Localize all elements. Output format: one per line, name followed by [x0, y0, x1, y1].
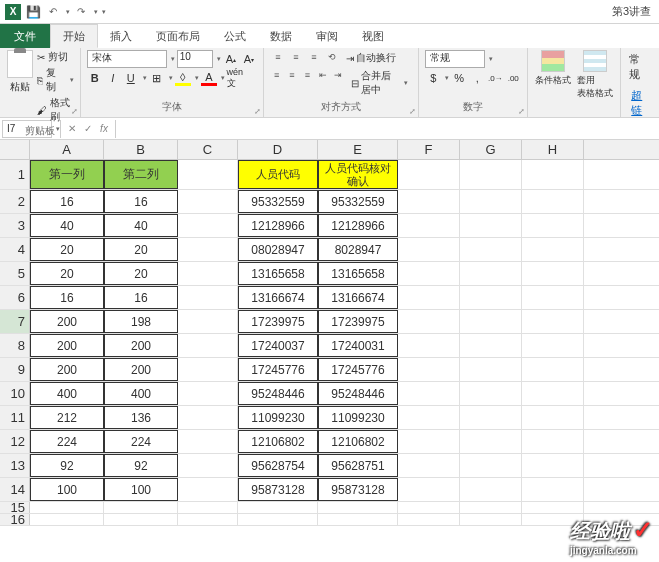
cell[interactable]: 136 — [104, 406, 178, 429]
cell[interactable]: 95332559 — [238, 190, 318, 213]
align-middle-button[interactable]: ≡ — [288, 50, 304, 64]
confirm-button[interactable]: ✓ — [81, 123, 95, 134]
cell[interactable] — [178, 502, 238, 513]
cell[interactable] — [30, 514, 104, 525]
cell[interactable]: 400 — [104, 382, 178, 405]
fill-color-button[interactable]: ◊ — [175, 70, 191, 86]
undo-icon[interactable]: ↶ — [44, 3, 62, 21]
cell[interactable] — [398, 160, 460, 189]
cell[interactable] — [104, 502, 178, 513]
cell[interactable]: 224 — [104, 430, 178, 453]
cell[interactable]: 13165658 — [238, 262, 318, 285]
row-header[interactable]: 13 — [0, 454, 30, 477]
cell[interactable] — [522, 262, 584, 285]
col-header-h[interactable]: H — [522, 140, 584, 159]
cell[interactable] — [522, 310, 584, 333]
cell[interactable]: 17239975 — [238, 310, 318, 333]
cell[interactable]: 12128966 — [238, 214, 318, 237]
cell[interactable]: 13165658 — [318, 262, 398, 285]
redo-icon[interactable]: ↷ — [72, 3, 90, 21]
shrink-font-button[interactable]: A▾ — [241, 51, 257, 67]
cell[interactable] — [460, 406, 522, 429]
tab-file[interactable]: 文件 — [0, 24, 50, 48]
col-header-a[interactable]: A — [30, 140, 104, 159]
copy-dropdown-icon[interactable]: ▾ — [70, 76, 74, 84]
cell[interactable] — [460, 430, 522, 453]
decrease-decimal-button[interactable]: .00 — [505, 70, 521, 86]
cell[interactable]: 17245776 — [238, 358, 318, 381]
font-dropdown-icon[interactable]: ▾ — [171, 55, 175, 63]
currency-button[interactable]: $ — [425, 70, 441, 86]
row-header[interactable]: 5 — [0, 262, 30, 285]
font-expand-icon[interactable]: ⤢ — [254, 107, 261, 116]
hyperlink-button[interactable]: 超链 — [627, 84, 653, 122]
cell[interactable] — [398, 310, 460, 333]
fx-button[interactable]: fx — [97, 123, 111, 134]
tab-formula[interactable]: 公式 — [212, 24, 258, 48]
cell[interactable]: 17240031 — [318, 334, 398, 357]
cell[interactable] — [522, 478, 584, 501]
number-format-select[interactable]: 常规 — [425, 50, 485, 68]
phonetic-button[interactable]: wén文 — [227, 70, 243, 86]
cell[interactable] — [318, 502, 398, 513]
cell[interactable]: 95332559 — [318, 190, 398, 213]
qat-customize-icon[interactable]: ▾ — [102, 8, 106, 16]
cell[interactable]: 16 — [104, 286, 178, 309]
cell[interactable] — [398, 478, 460, 501]
cell[interactable]: 16 — [104, 190, 178, 213]
cell[interactable]: 100 — [104, 478, 178, 501]
cell[interactable] — [178, 382, 238, 405]
col-header-g[interactable]: G — [460, 140, 522, 159]
bold-button[interactable]: B — [87, 70, 103, 86]
tab-data[interactable]: 数据 — [258, 24, 304, 48]
font-name-select[interactable]: 宋体 — [87, 50, 167, 68]
cell[interactable] — [460, 454, 522, 477]
cell[interactable] — [178, 358, 238, 381]
increase-decimal-button[interactable]: .0→ — [487, 70, 503, 86]
redo-dropdown-icon[interactable]: ▾ — [94, 8, 98, 16]
cell[interactable]: 20 — [104, 238, 178, 261]
cell[interactable]: 第二列 — [104, 160, 178, 189]
indent-increase-button[interactable]: ⇥ — [332, 68, 345, 82]
formula-input[interactable] — [116, 120, 659, 138]
app-icon[interactable]: X — [4, 3, 22, 21]
cell[interactable]: 08028947 — [238, 238, 318, 261]
cell[interactable] — [178, 286, 238, 309]
cell[interactable] — [178, 406, 238, 429]
cell[interactable]: 11099230 — [238, 406, 318, 429]
cell[interactable] — [398, 238, 460, 261]
undo-dropdown-icon[interactable]: ▾ — [66, 8, 70, 16]
cell[interactable] — [460, 502, 522, 513]
comma-button[interactable]: , — [469, 70, 485, 86]
cell[interactable] — [104, 514, 178, 525]
cell[interactable]: 11099230 — [318, 406, 398, 429]
cell[interactable]: 8028947 — [318, 238, 398, 261]
cell[interactable]: 200 — [30, 358, 104, 381]
cell[interactable] — [178, 238, 238, 261]
merge-dropdown-icon[interactable]: ▾ — [404, 79, 408, 87]
cell[interactable] — [460, 262, 522, 285]
cell[interactable]: 200 — [30, 334, 104, 357]
cell[interactable] — [522, 430, 584, 453]
merge-center-button[interactable]: ⊟合并后居中▾ — [347, 68, 412, 98]
cell[interactable] — [522, 502, 584, 513]
cell[interactable]: 95628751 — [318, 454, 398, 477]
cell[interactable] — [318, 514, 398, 525]
align-left-button[interactable]: ≡ — [270, 68, 283, 82]
cell[interactable]: 13166674 — [318, 286, 398, 309]
underline-dropdown-icon[interactable]: ▾ — [143, 74, 147, 82]
tab-view[interactable]: 视图 — [350, 24, 396, 48]
cell[interactable] — [522, 358, 584, 381]
cell[interactable] — [398, 502, 460, 513]
cell[interactable]: 92 — [30, 454, 104, 477]
row-header[interactable]: 6 — [0, 286, 30, 309]
cell[interactable]: 200 — [104, 334, 178, 357]
row-header[interactable]: 2 — [0, 190, 30, 213]
cell[interactable] — [398, 406, 460, 429]
tab-review[interactable]: 审阅 — [304, 24, 350, 48]
italic-button[interactable]: I — [105, 70, 121, 86]
cell[interactable] — [522, 238, 584, 261]
cell[interactable] — [460, 358, 522, 381]
font-color-button[interactable]: A — [201, 70, 217, 86]
cell[interactable]: 20 — [104, 262, 178, 285]
